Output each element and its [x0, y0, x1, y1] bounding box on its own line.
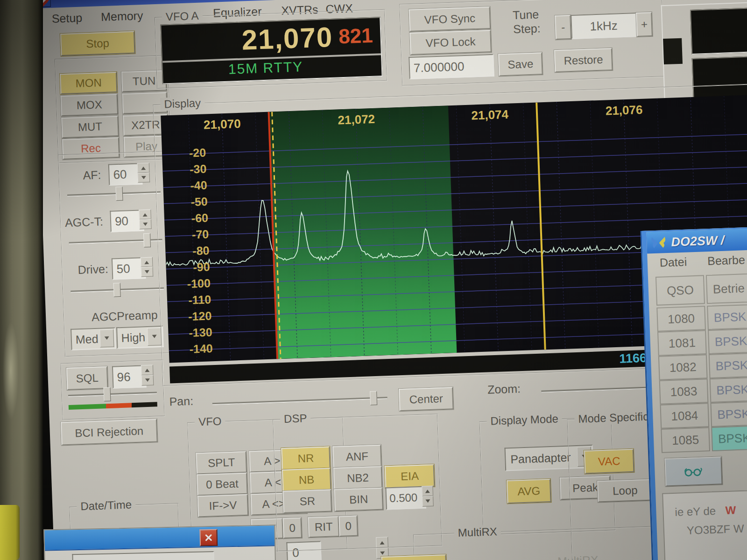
nb-button[interactable]: NB [282, 468, 331, 492]
pan-slider-thumb[interactable] [370, 391, 377, 406]
eia-button[interactable]: EIA [385, 464, 435, 489]
menu-item-setup[interactable]: Setup [51, 11, 82, 25]
close-icon [205, 534, 212, 541]
chevron-down-icon[interactable] [147, 328, 162, 346]
signal-meter [69, 402, 157, 410]
drive-spinner[interactable] [141, 257, 153, 277]
drive-slider-thumb[interactable] [113, 283, 121, 297]
step-up-button[interactable]: + [636, 12, 653, 37]
monitor-bezel [0, 0, 43, 560]
bin-button[interactable]: BIN [334, 488, 383, 512]
sql-slider[interactable] [68, 392, 157, 397]
table-row[interactable]: 1080 BPSK [656, 301, 747, 331]
mon-button[interactable]: MON [60, 72, 117, 94]
tune-group: VFO Sync VFO Lock 7.000000 Tune Step: - … [399, 0, 665, 86]
nb2-button[interactable]: NB2 [333, 466, 383, 490]
step-label: Step: [513, 21, 541, 36]
logger-menu-bearbeiten[interactable]: Bearbe [707, 253, 746, 268]
mox-button[interactable]: MOX [61, 94, 118, 116]
freq-tick-21070: 21,070 [204, 117, 241, 133]
column-header-mode[interactable]: Betrie [706, 270, 747, 304]
sql-spinner[interactable] [141, 365, 154, 386]
popup-title-bar[interactable] [44, 525, 275, 551]
drive-slider[interactable] [70, 287, 164, 293]
db-tick: -30 [169, 162, 207, 177]
popup-input[interactable] [72, 551, 214, 560]
sr-button[interactable]: SR [282, 489, 332, 513]
multirx-cut-button[interactable] [381, 554, 447, 560]
chevron-down-icon[interactable] [99, 329, 114, 348]
split-button[interactable]: SPLT [196, 451, 247, 475]
rx-text-area[interactable]: ie eY de W YO3BZF W nn ········ [662, 486, 747, 560]
preamp-select[interactable]: High [116, 326, 164, 349]
agct-slider-thumb[interactable] [143, 233, 151, 248]
preamp-label: Preamp [117, 308, 158, 323]
tune-step-value: 1kHz [571, 13, 637, 39]
pan-slider[interactable] [212, 397, 388, 405]
bezel-reflection [3, 322, 19, 420]
bin-value-field[interactable]: 0.500 [385, 486, 426, 510]
vfo-a-subfrequency: 821 [338, 24, 373, 49]
menu-item-memory[interactable]: Memory [101, 8, 143, 23]
column-header-qso[interactable]: QSO [655, 275, 705, 306]
close-button[interactable] [199, 529, 218, 546]
db-tick: -110 [174, 293, 211, 308]
center-button[interactable]: Center [399, 387, 454, 411]
multirx-label-2: MultiRX [557, 553, 599, 560]
db-tick: -120 [174, 309, 212, 324]
vfo-lock-button[interactable]: VFO Lock [409, 30, 492, 55]
rx-text: ie eY de [675, 504, 716, 518]
mut-button[interactable]: MUT [61, 116, 119, 138]
af-label: AF: [83, 168, 101, 182]
vfo-a-band-mode: 15M RTTY [228, 59, 303, 77]
vfo-a-display: 21,070 821 15M RTTY [160, 17, 382, 84]
db-tick: -40 [169, 178, 207, 193]
restore-button[interactable]: Restore [554, 48, 613, 72]
af-slider-thumb[interactable] [115, 187, 123, 201]
vfo-group-label: VFO [195, 414, 226, 428]
agct-spinner[interactable] [139, 210, 151, 230]
eyeglasses-icon [683, 466, 704, 477]
bin-spinner[interactable] [422, 486, 434, 507]
anf-button[interactable]: ANF [332, 445, 382, 469]
stop-button[interactable]: Stop [60, 31, 135, 56]
af-slider[interactable] [67, 191, 161, 197]
logger-menu-datei[interactable]: Datei [659, 255, 687, 269]
display-mode-label: Display Mode [486, 412, 562, 428]
memory-freq-field[interactable]: 7.000000 [409, 54, 494, 79]
nr-button[interactable]: NR [281, 447, 331, 471]
dsp-group: DSP NR ANF NB NB2 EIA SR BIN 0.500 [273, 413, 443, 552]
rx-text: YO3BZF W [686, 522, 744, 537]
avg-button[interactable]: AVG [507, 479, 551, 504]
sql-group: SQL 96 [61, 360, 165, 420]
db-tick: -140 [175, 342, 213, 357]
db-tick: -60 [170, 211, 208, 226]
agct-slider[interactable] [69, 239, 162, 245]
sticky-note [0, 505, 20, 560]
vfo-sync-button[interactable]: VFO Sync [409, 7, 491, 32]
af-spinner[interactable] [137, 163, 150, 183]
view-log-button[interactable] [665, 456, 723, 486]
db-tick: -130 [175, 325, 212, 340]
logger-window: DO2SW / Datei Bearbe QSO Betrie 1080 BPS… [641, 224, 747, 560]
vfo-a-frequency: 21,070 [241, 21, 334, 56]
zero-beat-button[interactable]: 0 Beat [197, 473, 248, 496]
logger-table-header: QSO Betrie [655, 270, 747, 306]
tune-label: Tune [513, 7, 539, 22]
vfo-a-label: VFO A [162, 9, 203, 23]
db-tick: -70 [171, 227, 209, 242]
bci-rejection-button[interactable]: BCI Rejection [61, 419, 158, 445]
vac-button[interactable]: VAC [584, 449, 634, 474]
datetime-label: Date/Time [77, 498, 136, 513]
agc-select[interactable]: Med [70, 327, 116, 350]
db-tick: -50 [170, 195, 208, 210]
if-to-vfo-button[interactable]: IF->V [197, 494, 249, 518]
logger-title: DO2SW / [671, 233, 725, 249]
sql-slider-thumb[interactable] [103, 387, 111, 402]
step-down-button[interactable]: - [555, 15, 571, 40]
save-button[interactable]: Save [498, 52, 543, 76]
freq-tick-21074: 21,074 [471, 107, 509, 123]
loop-button[interactable]: Loop [597, 479, 653, 502]
sql-button[interactable]: SQL [66, 366, 108, 390]
vfo-a-group: VFO A 21,070 821 15M RTTY [155, 9, 388, 89]
